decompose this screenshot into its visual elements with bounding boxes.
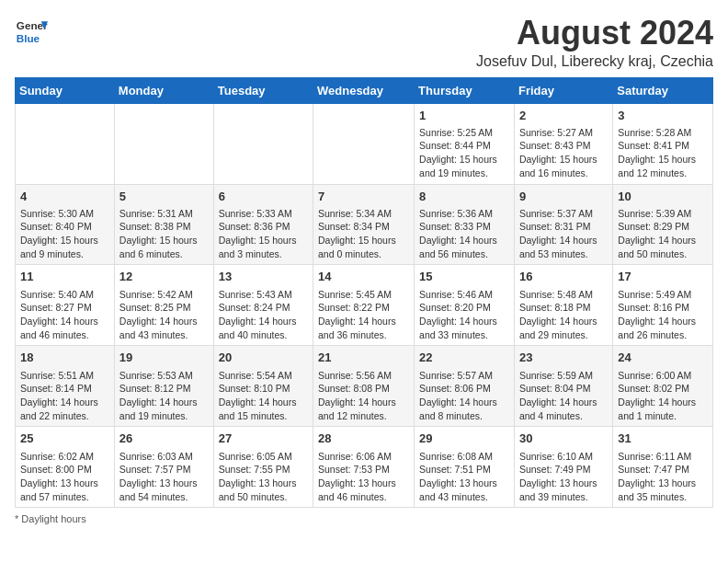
calendar-cell: 15Sunrise: 5:46 AMSunset: 8:20 PMDayligh… xyxy=(415,265,515,346)
calendar-cell: 20Sunrise: 5:54 AMSunset: 8:10 PMDayligh… xyxy=(213,346,313,427)
calendar-cell: 14Sunrise: 5:45 AMSunset: 8:22 PMDayligh… xyxy=(313,265,415,346)
daylight-text: Daylight: 15 hours and 0 minutes. xyxy=(318,235,396,259)
sunrise-text: Sunrise: 5:31 AM xyxy=(119,208,193,219)
sunset-text: Sunset: 7:47 PM xyxy=(618,464,689,475)
daylight-text: Daylight: 15 hours and 3 minutes. xyxy=(219,235,297,259)
sunset-text: Sunset: 7:57 PM xyxy=(119,464,191,475)
day-number: 15 xyxy=(419,269,509,285)
calendar-cell: 29Sunrise: 6:08 AMSunset: 7:51 PMDayligh… xyxy=(415,427,515,508)
sunset-text: Sunset: 8:43 PM xyxy=(519,140,591,151)
calendar-cell: 17Sunrise: 5:49 AMSunset: 8:16 PMDayligh… xyxy=(613,265,713,346)
calendar-cell: 25Sunrise: 6:02 AMSunset: 8:00 PMDayligh… xyxy=(16,427,115,508)
calendar-cell: 2Sunrise: 5:27 AMSunset: 8:43 PMDaylight… xyxy=(514,103,612,184)
day-number: 10 xyxy=(618,189,708,205)
daylight-text: Daylight: 13 hours and 57 minutes. xyxy=(20,477,98,502)
week-row-3: 11Sunrise: 5:40 AMSunset: 8:27 PMDayligh… xyxy=(16,265,713,346)
sunset-text: Sunset: 7:49 PM xyxy=(519,464,591,475)
sunset-text: Sunset: 8:22 PM xyxy=(318,302,390,313)
sunset-text: Sunset: 8:33 PM xyxy=(419,221,491,232)
sunset-text: Sunset: 8:24 PM xyxy=(219,302,290,313)
daylight-text: Daylight: 13 hours and 39 minutes. xyxy=(519,477,597,502)
sunset-text: Sunset: 8:20 PM xyxy=(419,302,491,313)
sunset-text: Sunset: 8:31 PM xyxy=(519,221,591,232)
header-day-friday: Friday xyxy=(514,77,612,103)
daylight-text: Daylight: 14 hours and 8 minutes. xyxy=(419,396,497,421)
sunrise-text: Sunrise: 6:05 AM xyxy=(219,451,292,462)
day-number: 3 xyxy=(618,108,708,124)
calendar-cell: 10Sunrise: 5:39 AMSunset: 8:29 PMDayligh… xyxy=(613,184,713,265)
daylight-text: Daylight: 15 hours and 19 minutes. xyxy=(419,154,497,178)
day-number: 9 xyxy=(519,189,608,205)
sunrise-text: Sunrise: 5:46 AM xyxy=(419,289,493,300)
daylight-text: Daylight: 14 hours and 4 minutes. xyxy=(519,396,597,421)
sunrise-text: Sunrise: 5:59 AM xyxy=(519,370,593,381)
calendar-cell: 4Sunrise: 5:30 AMSunset: 8:40 PMDaylight… xyxy=(16,184,115,265)
sunrise-text: Sunrise: 5:36 AM xyxy=(419,208,493,219)
daylight-text: Daylight: 14 hours and 50 minutes. xyxy=(618,235,696,259)
calendar-cell: 31Sunrise: 6:11 AMSunset: 7:47 PMDayligh… xyxy=(613,427,713,508)
daylight-text: Daylight: 14 hours and 15 minutes. xyxy=(219,396,297,421)
day-number: 19 xyxy=(119,350,209,366)
sunset-text: Sunset: 8:14 PM xyxy=(20,383,92,394)
daylight-text: Daylight: 13 hours and 43 minutes. xyxy=(419,477,497,502)
calendar-cell: 7Sunrise: 5:34 AMSunset: 8:34 PMDaylight… xyxy=(313,184,415,265)
sunrise-text: Sunrise: 6:02 AM xyxy=(20,451,94,462)
sunrise-text: Sunrise: 6:11 AM xyxy=(618,451,691,462)
sunset-text: Sunset: 8:02 PM xyxy=(618,383,689,394)
calendar-cell: 13Sunrise: 5:43 AMSunset: 8:24 PMDayligh… xyxy=(213,265,313,346)
daylight-text: Daylight: 14 hours and 12 minutes. xyxy=(318,396,396,421)
week-row-2: 4Sunrise: 5:30 AMSunset: 8:40 PMDaylight… xyxy=(16,184,713,265)
sunrise-text: Sunrise: 5:34 AM xyxy=(318,208,392,219)
day-number: 7 xyxy=(318,189,409,205)
sunrise-text: Sunrise: 5:39 AM xyxy=(618,208,691,219)
sunrise-text: Sunrise: 5:51 AM xyxy=(20,370,94,381)
sunrise-text: Sunrise: 5:43 AM xyxy=(219,289,292,300)
sunrise-text: Sunrise: 5:53 AM xyxy=(119,370,193,381)
header-day-monday: Monday xyxy=(114,77,213,103)
calendar-cell: 8Sunrise: 5:36 AMSunset: 8:33 PMDaylight… xyxy=(415,184,515,265)
calendar-cell: 12Sunrise: 5:42 AMSunset: 8:25 PMDayligh… xyxy=(114,265,213,346)
day-number: 22 xyxy=(419,350,509,366)
sunset-text: Sunset: 8:00 PM xyxy=(20,464,92,475)
sunrise-text: Sunrise: 5:56 AM xyxy=(318,370,392,381)
calendar-cell xyxy=(213,103,313,184)
daylight-text: Daylight: 15 hours and 12 minutes. xyxy=(618,154,696,178)
daylight-text: Daylight: 13 hours and 50 minutes. xyxy=(219,477,297,502)
sunrise-text: Sunrise: 6:00 AM xyxy=(618,370,691,381)
daylight-text: Daylight: 14 hours and 43 minutes. xyxy=(119,316,198,340)
daylight-text: Daylight: 13 hours and 46 minutes. xyxy=(318,477,396,502)
calendar-header: SundayMondayTuesdayWednesdayThursdayFrid… xyxy=(16,77,713,103)
day-number: 14 xyxy=(318,269,409,285)
sunset-text: Sunset: 8:34 PM xyxy=(318,221,390,232)
sunrise-text: Sunrise: 5:30 AM xyxy=(20,208,94,219)
daylight-text: Daylight: 14 hours and 1 minute. xyxy=(618,396,696,421)
daylight-text: Daylight: 14 hours and 22 minutes. xyxy=(20,396,98,421)
day-number: 18 xyxy=(20,350,109,366)
sunset-text: Sunset: 7:55 PM xyxy=(219,464,290,475)
sunrise-text: Sunrise: 6:08 AM xyxy=(419,451,493,462)
day-number: 28 xyxy=(318,431,409,447)
calendar-cell: 27Sunrise: 6:05 AMSunset: 7:55 PMDayligh… xyxy=(213,427,313,508)
header-day-tuesday: Tuesday xyxy=(213,77,313,103)
calendar-cell: 16Sunrise: 5:48 AMSunset: 8:18 PMDayligh… xyxy=(514,265,612,346)
header-day-sunday: Sunday xyxy=(16,77,115,103)
sunrise-text: Sunrise: 5:37 AM xyxy=(519,208,593,219)
week-row-4: 18Sunrise: 5:51 AMSunset: 8:14 PMDayligh… xyxy=(16,346,713,427)
sunrise-text: Sunrise: 5:28 AM xyxy=(618,127,691,138)
svg-text:Blue: Blue xyxy=(17,32,40,44)
sunset-text: Sunset: 8:36 PM xyxy=(219,221,290,232)
title-area: August 2024 Josefuv Dul, Liberecky kraj,… xyxy=(476,15,713,70)
sunrise-text: Sunrise: 5:33 AM xyxy=(219,208,292,219)
sunset-text: Sunset: 8:18 PM xyxy=(519,302,591,313)
daylight-text: Daylight: 14 hours and 33 minutes. xyxy=(419,316,497,340)
daylight-text: Daylight: 14 hours and 36 minutes. xyxy=(318,316,396,340)
daylight-text: Daylight: 14 hours and 19 minutes. xyxy=(119,396,198,421)
day-number: 29 xyxy=(419,431,509,447)
day-number: 30 xyxy=(519,431,608,447)
calendar-cell xyxy=(313,103,415,184)
calendar-cell: 1Sunrise: 5:25 AMSunset: 8:44 PMDaylight… xyxy=(415,103,515,184)
week-row-1: 1Sunrise: 5:25 AMSunset: 8:44 PMDaylight… xyxy=(16,103,713,184)
day-number: 5 xyxy=(119,189,209,205)
sunrise-text: Sunrise: 5:49 AM xyxy=(618,289,691,300)
day-number: 13 xyxy=(219,269,308,285)
